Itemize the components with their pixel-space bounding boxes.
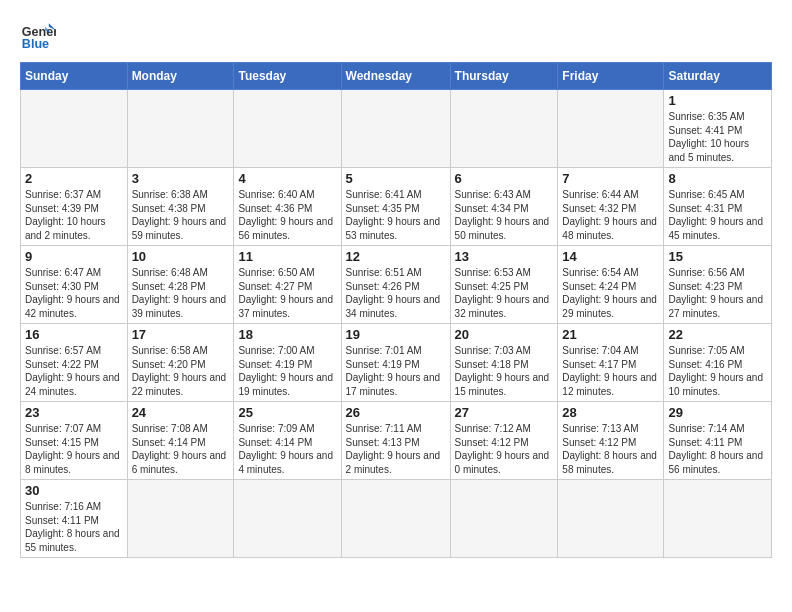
day-info: Sunrise: 7:01 AMSunset: 4:19 PMDaylight:… (346, 344, 446, 398)
day-number: 16 (25, 327, 123, 342)
calendar-cell (450, 480, 558, 558)
day-info: Sunrise: 7:04 AMSunset: 4:17 PMDaylight:… (562, 344, 659, 398)
calendar-cell: 2Sunrise: 6:37 AMSunset: 4:39 PMDaylight… (21, 168, 128, 246)
day-info: Sunrise: 6:40 AMSunset: 4:36 PMDaylight:… (238, 188, 336, 242)
day-info: Sunrise: 6:45 AMSunset: 4:31 PMDaylight:… (668, 188, 767, 242)
day-number: 15 (668, 249, 767, 264)
day-number: 9 (25, 249, 123, 264)
week-row-4: 16Sunrise: 6:57 AMSunset: 4:22 PMDayligh… (21, 324, 772, 402)
day-info: Sunrise: 6:47 AMSunset: 4:30 PMDaylight:… (25, 266, 123, 320)
day-info: Sunrise: 6:37 AMSunset: 4:39 PMDaylight:… (25, 188, 123, 242)
calendar-cell: 12Sunrise: 6:51 AMSunset: 4:26 PMDayligh… (341, 246, 450, 324)
calendar-cell: 23Sunrise: 7:07 AMSunset: 4:15 PMDayligh… (21, 402, 128, 480)
weekday-header-friday: Friday (558, 63, 664, 90)
day-info: Sunrise: 7:03 AMSunset: 4:18 PMDaylight:… (455, 344, 554, 398)
calendar-cell (558, 90, 664, 168)
page: General Blue SundayMondayTuesdayWednesda… (0, 0, 792, 578)
weekday-header-tuesday: Tuesday (234, 63, 341, 90)
day-number: 8 (668, 171, 767, 186)
day-info: Sunrise: 7:11 AMSunset: 4:13 PMDaylight:… (346, 422, 446, 476)
calendar-cell: 24Sunrise: 7:08 AMSunset: 4:14 PMDayligh… (127, 402, 234, 480)
calendar-cell: 28Sunrise: 7:13 AMSunset: 4:12 PMDayligh… (558, 402, 664, 480)
calendar-cell: 7Sunrise: 6:44 AMSunset: 4:32 PMDaylight… (558, 168, 664, 246)
day-info: Sunrise: 7:00 AMSunset: 4:19 PMDaylight:… (238, 344, 336, 398)
day-number: 28 (562, 405, 659, 420)
calendar-cell: 1Sunrise: 6:35 AMSunset: 4:41 PMDaylight… (664, 90, 772, 168)
calendar-cell: 4Sunrise: 6:40 AMSunset: 4:36 PMDaylight… (234, 168, 341, 246)
weekday-header-sunday: Sunday (21, 63, 128, 90)
logo-icon: General Blue (20, 16, 56, 52)
day-number: 22 (668, 327, 767, 342)
calendar-cell: 25Sunrise: 7:09 AMSunset: 4:14 PMDayligh… (234, 402, 341, 480)
day-info: Sunrise: 7:14 AMSunset: 4:11 PMDaylight:… (668, 422, 767, 476)
day-number: 14 (562, 249, 659, 264)
calendar-cell (234, 90, 341, 168)
calendar-cell: 18Sunrise: 7:00 AMSunset: 4:19 PMDayligh… (234, 324, 341, 402)
calendar-cell (127, 480, 234, 558)
day-info: Sunrise: 7:05 AMSunset: 4:16 PMDaylight:… (668, 344, 767, 398)
day-info: Sunrise: 6:53 AMSunset: 4:25 PMDaylight:… (455, 266, 554, 320)
day-number: 1 (668, 93, 767, 108)
calendar-cell: 27Sunrise: 7:12 AMSunset: 4:12 PMDayligh… (450, 402, 558, 480)
calendar-cell: 22Sunrise: 7:05 AMSunset: 4:16 PMDayligh… (664, 324, 772, 402)
day-info: Sunrise: 6:35 AMSunset: 4:41 PMDaylight:… (668, 110, 767, 164)
weekday-header-thursday: Thursday (450, 63, 558, 90)
calendar-cell: 3Sunrise: 6:38 AMSunset: 4:38 PMDaylight… (127, 168, 234, 246)
day-number: 30 (25, 483, 123, 498)
calendar-cell: 17Sunrise: 6:58 AMSunset: 4:20 PMDayligh… (127, 324, 234, 402)
day-number: 13 (455, 249, 554, 264)
calendar-cell: 8Sunrise: 6:45 AMSunset: 4:31 PMDaylight… (664, 168, 772, 246)
day-number: 23 (25, 405, 123, 420)
day-number: 3 (132, 171, 230, 186)
day-info: Sunrise: 6:57 AMSunset: 4:22 PMDaylight:… (25, 344, 123, 398)
weekday-header-monday: Monday (127, 63, 234, 90)
day-info: Sunrise: 6:43 AMSunset: 4:34 PMDaylight:… (455, 188, 554, 242)
day-number: 24 (132, 405, 230, 420)
svg-text:Blue: Blue (22, 37, 49, 51)
calendar-cell: 29Sunrise: 7:14 AMSunset: 4:11 PMDayligh… (664, 402, 772, 480)
day-number: 26 (346, 405, 446, 420)
calendar-cell (21, 90, 128, 168)
week-row-3: 9Sunrise: 6:47 AMSunset: 4:30 PMDaylight… (21, 246, 772, 324)
weekday-header-row: SundayMondayTuesdayWednesdayThursdayFrid… (21, 63, 772, 90)
day-number: 11 (238, 249, 336, 264)
day-number: 6 (455, 171, 554, 186)
day-number: 19 (346, 327, 446, 342)
calendar: SundayMondayTuesdayWednesdayThursdayFrid… (20, 62, 772, 558)
day-number: 21 (562, 327, 659, 342)
calendar-cell: 19Sunrise: 7:01 AMSunset: 4:19 PMDayligh… (341, 324, 450, 402)
calendar-cell (341, 480, 450, 558)
calendar-cell: 5Sunrise: 6:41 AMSunset: 4:35 PMDaylight… (341, 168, 450, 246)
day-info: Sunrise: 6:58 AMSunset: 4:20 PMDaylight:… (132, 344, 230, 398)
header: General Blue (20, 16, 772, 52)
calendar-cell: 20Sunrise: 7:03 AMSunset: 4:18 PMDayligh… (450, 324, 558, 402)
weekday-header-wednesday: Wednesday (341, 63, 450, 90)
day-info: Sunrise: 6:48 AMSunset: 4:28 PMDaylight:… (132, 266, 230, 320)
calendar-cell (558, 480, 664, 558)
day-info: Sunrise: 7:07 AMSunset: 4:15 PMDaylight:… (25, 422, 123, 476)
week-row-2: 2Sunrise: 6:37 AMSunset: 4:39 PMDaylight… (21, 168, 772, 246)
day-info: Sunrise: 6:38 AMSunset: 4:38 PMDaylight:… (132, 188, 230, 242)
calendar-cell: 11Sunrise: 6:50 AMSunset: 4:27 PMDayligh… (234, 246, 341, 324)
calendar-cell: 10Sunrise: 6:48 AMSunset: 4:28 PMDayligh… (127, 246, 234, 324)
day-number: 27 (455, 405, 554, 420)
calendar-cell: 21Sunrise: 7:04 AMSunset: 4:17 PMDayligh… (558, 324, 664, 402)
day-number: 2 (25, 171, 123, 186)
day-info: Sunrise: 6:51 AMSunset: 4:26 PMDaylight:… (346, 266, 446, 320)
weekday-header-saturday: Saturday (664, 63, 772, 90)
week-row-1: 1Sunrise: 6:35 AMSunset: 4:41 PMDaylight… (21, 90, 772, 168)
day-info: Sunrise: 7:09 AMSunset: 4:14 PMDaylight:… (238, 422, 336, 476)
calendar-cell: 30Sunrise: 7:16 AMSunset: 4:11 PMDayligh… (21, 480, 128, 558)
week-row-6: 30Sunrise: 7:16 AMSunset: 4:11 PMDayligh… (21, 480, 772, 558)
day-number: 4 (238, 171, 336, 186)
day-info: Sunrise: 7:08 AMSunset: 4:14 PMDaylight:… (132, 422, 230, 476)
week-row-5: 23Sunrise: 7:07 AMSunset: 4:15 PMDayligh… (21, 402, 772, 480)
day-info: Sunrise: 7:13 AMSunset: 4:12 PMDaylight:… (562, 422, 659, 476)
day-number: 18 (238, 327, 336, 342)
logo: General Blue (20, 16, 56, 52)
calendar-cell (450, 90, 558, 168)
day-number: 20 (455, 327, 554, 342)
calendar-cell: 15Sunrise: 6:56 AMSunset: 4:23 PMDayligh… (664, 246, 772, 324)
calendar-cell (127, 90, 234, 168)
day-number: 29 (668, 405, 767, 420)
